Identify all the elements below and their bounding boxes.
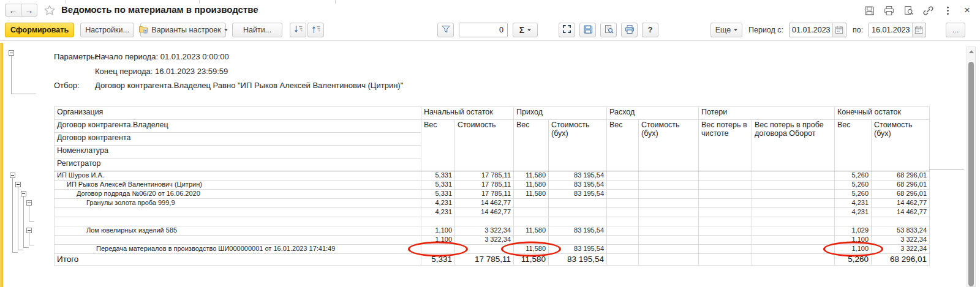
value-cell[interactable] — [639, 244, 699, 253]
value-cell[interactable] — [639, 198, 699, 207]
value-cell[interactable]: 53 833,24 — [872, 226, 930, 235]
value-cell[interactable] — [639, 235, 699, 244]
value-cell[interactable]: 3 322,34 — [872, 244, 930, 253]
tree-expander[interactable] — [26, 228, 32, 233]
close-icon[interactable]: × — [962, 5, 973, 16]
link-icon[interactable] — [922, 5, 933, 16]
autosum-field[interactable] — [459, 23, 508, 37]
value-cell[interactable]: 11,580 — [514, 189, 549, 198]
value-cell[interactable] — [699, 244, 752, 253]
value-cell[interactable]: 68 296,01 — [872, 253, 930, 265]
row-label-cell[interactable]: Гранулы золота проба 999,9 — [55, 198, 421, 207]
tree-expander[interactable] — [10, 173, 15, 178]
value-cell[interactable]: 5,331 — [421, 180, 455, 189]
value-cell[interactable]: 5,331 — [421, 189, 455, 198]
save-result-button[interactable] — [579, 23, 596, 37]
value-cell[interactable] — [549, 217, 607, 226]
value-cell[interactable] — [607, 171, 639, 180]
value-cell[interactable]: 5,260 — [835, 171, 872, 180]
value-cell[interactable]: 14 462,77 — [455, 198, 514, 207]
value-cell[interactable] — [699, 235, 752, 244]
value-cell[interactable]: 83 195,54 — [549, 253, 607, 265]
value-cell[interactable]: 17 785,11 — [455, 253, 514, 265]
calendar-icon[interactable] — [912, 23, 925, 37]
value-cell[interactable] — [549, 235, 607, 244]
value-cell[interactable]: 83 195,54 — [549, 244, 607, 253]
period-from-field[interactable] — [789, 23, 846, 37]
row-label-cell[interactable]: Лом ювелирных изделий 585 — [55, 226, 421, 235]
value-cell[interactable]: 83 195,54 — [549, 189, 607, 198]
value-cell[interactable]: 11,580 — [514, 253, 549, 265]
value-cell[interactable] — [699, 189, 752, 198]
value-cell[interactable] — [872, 217, 930, 226]
more-button[interactable]: Еще — [710, 23, 742, 37]
period-to-field[interactable] — [869, 23, 926, 37]
generate-button[interactable]: Сформировать — [5, 23, 74, 37]
value-cell[interactable] — [514, 198, 549, 207]
row-label-cell[interactable]: ИП Рыков Алексей Валентинович (Цитрин) — [55, 180, 421, 189]
value-cell[interactable]: 5,260 — [835, 189, 872, 198]
forward-button[interactable]: → — [21, 4, 37, 17]
scroll-up-icon[interactable] — [969, 50, 974, 53]
value-cell[interactable]: 17 785,11 — [455, 180, 514, 189]
value-cell[interactable]: 83 195,54 — [549, 226, 607, 235]
value-cell[interactable] — [752, 198, 835, 207]
value-cell[interactable] — [699, 207, 752, 217]
value-cell[interactable] — [699, 226, 752, 235]
value-cell[interactable] — [752, 180, 835, 189]
period-from-input[interactable] — [790, 23, 832, 37]
row-label-cell[interactable] — [55, 207, 421, 217]
value-cell[interactable] — [607, 235, 639, 244]
value-cell[interactable]: 5,260 — [835, 180, 872, 189]
value-cell[interactable] — [514, 235, 549, 244]
print-preview-icon[interactable] — [903, 5, 914, 16]
value-cell[interactable] — [607, 226, 639, 235]
value-cell[interactable] — [607, 207, 639, 217]
value-cell[interactable]: 5,331 — [421, 171, 455, 180]
value-cell[interactable]: 1,100 — [421, 235, 455, 244]
preview-button[interactable] — [600, 23, 617, 37]
value-cell[interactable] — [752, 207, 835, 217]
value-cell[interactable] — [752, 217, 835, 226]
row-label-cell[interactable]: Договор подряда №06/20 от 16.06.2020 — [55, 189, 421, 198]
tree-expander[interactable] — [9, 50, 14, 56]
value-cell[interactable] — [752, 171, 835, 180]
value-cell[interactable] — [752, 253, 835, 265]
period-more-button[interactable]: ... — [946, 23, 965, 37]
value-cell[interactable] — [607, 244, 639, 253]
row-label-cell[interactable] — [55, 217, 421, 226]
filter-button[interactable] — [437, 23, 454, 37]
value-cell[interactable]: 1,100 — [421, 226, 455, 235]
value-cell[interactable] — [699, 198, 752, 207]
row-label-cell[interactable] — [55, 235, 421, 244]
value-cell[interactable]: 1,100 — [835, 235, 872, 244]
value-cell[interactable] — [835, 217, 872, 226]
find-button[interactable]: Найти... — [232, 23, 282, 37]
row-label-cell[interactable]: ИП Шуров И.А. — [55, 171, 421, 180]
value-cell[interactable] — [455, 244, 514, 253]
calendar-icon[interactable] — [832, 23, 845, 37]
value-cell[interactable]: 1,029 — [835, 226, 872, 235]
value-cell[interactable] — [421, 217, 455, 226]
sum-button[interactable]: Σ — [513, 23, 538, 37]
value-cell[interactable]: 14 462,77 — [872, 207, 930, 217]
value-cell[interactable]: 1,100 — [835, 244, 872, 253]
value-cell[interactable] — [699, 253, 752, 265]
value-cell[interactable] — [549, 207, 607, 217]
print-icon[interactable] — [883, 5, 894, 16]
value-cell[interactable]: 17 785,11 — [455, 171, 514, 180]
print-button[interactable] — [621, 23, 638, 37]
value-cell[interactable]: 5,260 — [835, 253, 872, 265]
autosum-input[interactable] — [459, 23, 507, 37]
value-cell[interactable] — [607, 189, 639, 198]
value-cell[interactable] — [607, 217, 639, 226]
value-cell[interactable] — [639, 180, 699, 189]
value-cell[interactable]: 11,580 — [514, 244, 549, 253]
value-cell[interactable] — [639, 217, 699, 226]
value-cell[interactable] — [752, 226, 835, 235]
value-cell[interactable]: 4,231 — [835, 198, 872, 207]
value-cell[interactable]: 3 322,34 — [455, 235, 514, 244]
value-cell[interactable] — [639, 253, 699, 265]
value-cell[interactable]: 17 785,11 — [455, 189, 514, 198]
value-cell[interactable] — [639, 226, 699, 235]
